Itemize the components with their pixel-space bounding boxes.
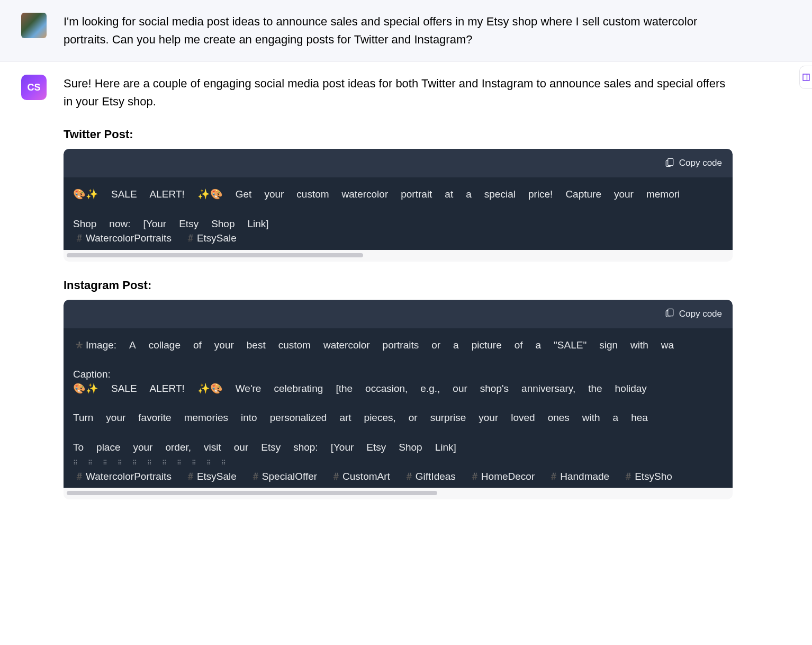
instagram-heading: Instagram Post:	[64, 276, 733, 294]
user-avatar	[21, 13, 47, 38]
twitter-code-content[interactable]: 🎨✨ SALE ALERT! ✨🎨 Get your custom waterc…	[64, 177, 733, 249]
collapse-sidebar-button[interactable]	[799, 66, 812, 89]
clipboard-icon	[664, 157, 675, 170]
svg-rect-1	[667, 309, 673, 316]
assistant-intro-text: Sure! Here are a couple of engaging soci…	[64, 75, 733, 111]
instagram-code-content[interactable]: *Image: A collage of your best custom wa…	[64, 328, 733, 488]
copy-code-label: Copy code	[679, 158, 722, 168]
code-header: Copy code	[64, 149, 733, 177]
copy-code-button[interactable]: Copy code	[664, 307, 722, 320]
code-header: Copy code	[64, 300, 733, 328]
scroll-thumb[interactable]	[67, 491, 437, 495]
copy-code-label: Copy code	[679, 309, 722, 319]
copy-code-button[interactable]: Copy code	[664, 157, 722, 170]
assistant-message-row: CS Sure! Here are a couple of engaging s…	[0, 62, 812, 512]
user-message-text: I'm looking for social media post ideas …	[64, 13, 733, 49]
horizontal-scrollbar[interactable]	[66, 252, 730, 258]
svg-rect-0	[667, 158, 673, 165]
twitter-code-card: Copy code 🎨✨ SALE ALERT! ✨🎨 Get your cus…	[64, 149, 733, 261]
assistant-avatar-label: CS	[27, 82, 40, 93]
instagram-code-card: Copy code *Image: A collage of your best…	[64, 300, 733, 499]
user-message-row: I'm looking for social media post ideas …	[0, 0, 812, 62]
assistant-message-body: Sure! Here are a couple of engaging soci…	[64, 75, 733, 499]
twitter-heading: Twitter Post:	[64, 126, 733, 144]
scroll-thumb[interactable]	[67, 253, 363, 257]
clipboard-icon	[664, 307, 675, 320]
horizontal-scrollbar[interactable]	[66, 490, 730, 496]
assistant-avatar: CS	[21, 75, 47, 100]
drag-handle-dots: ⠿ ⠿ ⠿ ⠿ ⠿ ⠿ ⠿ ⠿ ⠿ ⠿ ⠿	[73, 459, 227, 467]
